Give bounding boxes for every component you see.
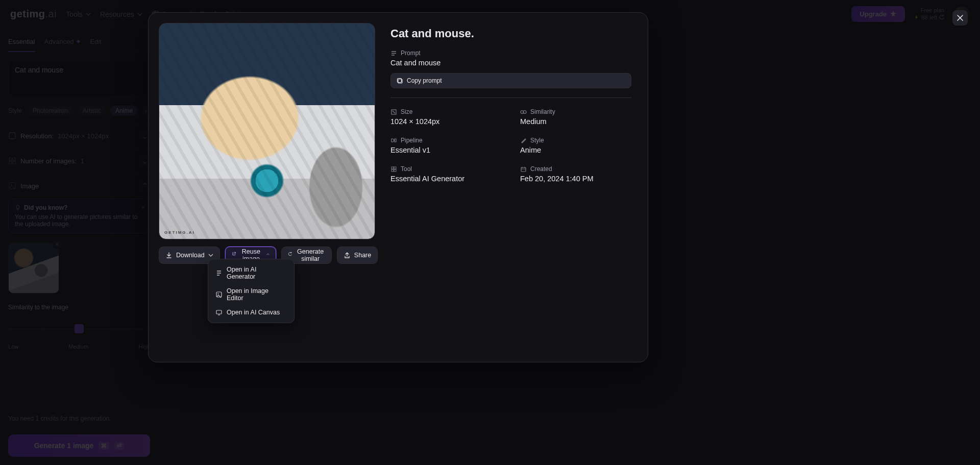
similarity-meta-label: Similarity — [530, 108, 555, 115]
menu-open-image-editor-label: Open in Image Editor — [227, 287, 287, 302]
menu-open-image-editor[interactable]: Open in Image Editor — [211, 284, 291, 305]
size-value: 1024 × 1024px — [390, 117, 502, 126]
pipeline-icon — [390, 137, 397, 144]
tool-icon — [390, 166, 397, 173]
close-icon — [957, 14, 964, 21]
similarity-meta-value: Medium — [520, 117, 631, 126]
size-icon — [390, 109, 397, 115]
canvas-icon — [215, 309, 223, 316]
prompt-icon — [390, 50, 397, 57]
svg-rect-18 — [394, 167, 396, 169]
share-icon — [344, 252, 351, 259]
style-meta-label: Style — [530, 137, 544, 144]
menu-open-ai-canvas[interactable]: Open in AI Canvas — [211, 305, 291, 320]
prompt-section-value: Cat and mouse — [390, 59, 631, 67]
modal-title: Cat and mouse. — [390, 27, 631, 40]
share-label: Share — [354, 252, 371, 259]
copy-prompt-button[interactable]: Copy prompt — [390, 73, 631, 88]
style-meta-value: Anime — [520, 146, 631, 154]
text-icon — [215, 270, 223, 277]
copy-icon — [397, 78, 403, 84]
chevron-down-icon — [208, 253, 213, 258]
svg-rect-11 — [216, 310, 222, 314]
created-value: Feb 20, 2024 1:40 PM — [520, 175, 631, 183]
svg-point-10 — [217, 293, 218, 294]
external-link-icon — [232, 252, 236, 259]
calendar-icon — [520, 166, 527, 173]
share-button[interactable]: Share — [337, 247, 378, 264]
style-icon — [520, 137, 527, 144]
download-icon — [165, 252, 173, 259]
copy-prompt-label: Copy prompt — [407, 77, 442, 84]
watermark: GETIMG.AI — [164, 230, 195, 235]
tool-value: Essential AI Generator — [390, 175, 502, 183]
prompt-section-label: Prompt — [401, 50, 421, 57]
svg-rect-20 — [394, 169, 396, 172]
created-label: Created — [530, 165, 552, 173]
image-icon — [215, 291, 223, 298]
pipeline-value: Essential v1 — [390, 146, 502, 154]
tool-label: Tool — [401, 165, 412, 173]
close-modal-button[interactable] — [952, 10, 968, 26]
generate-similar-label: Generate similar — [296, 248, 325, 262]
generated-image[interactable]: GETIMG.AI — [159, 23, 375, 239]
svg-rect-21 — [521, 167, 526, 172]
image-detail-modal: GETIMG.AI Open in AI Generator Open in I… — [148, 12, 648, 362]
menu-open-ai-generator-label: Open in AI Generator — [227, 266, 287, 280]
download-label: Download — [176, 252, 205, 259]
reuse-image-menu: Open in AI Generator Open in Image Edito… — [208, 259, 295, 323]
pipeline-label: Pipeline — [401, 137, 423, 144]
similarity-icon — [520, 109, 527, 115]
chevron-up-icon — [266, 253, 270, 258]
refresh-icon — [288, 252, 292, 259]
svg-rect-19 — [391, 169, 394, 172]
menu-open-ai-canvas-label: Open in AI Canvas — [227, 309, 280, 316]
svg-rect-17 — [391, 167, 394, 169]
size-label: Size — [401, 108, 412, 115]
menu-open-ai-generator[interactable]: Open in AI Generator — [211, 262, 291, 284]
